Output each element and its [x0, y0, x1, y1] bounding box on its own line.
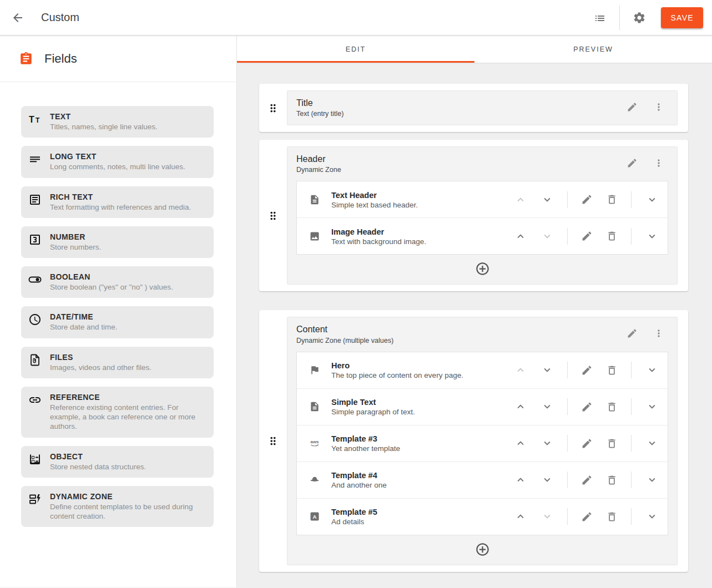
delete-template-button[interactable] [606, 511, 618, 523]
edit-template-button[interactable] [581, 511, 593, 523]
move-down-button[interactable] [541, 364, 553, 376]
expand-template-button[interactable] [646, 510, 658, 523]
move-down-button[interactable] [541, 401, 553, 413]
edit-field-button[interactable] [627, 158, 638, 169]
move-up-button[interactable] [514, 364, 527, 376]
expand-template-button[interactable] [646, 401, 658, 413]
sidebar-item-long-text[interactable]: LONG TEXT Long comments, notes, multi li… [21, 146, 214, 178]
expand-template-button[interactable] [646, 364, 658, 376]
add-template-row [296, 535, 668, 557]
sidebar-item-date-time[interactable]: DATE/TIME Store date and time. [21, 306, 214, 338]
edit-template-button[interactable] [581, 401, 593, 413]
move-down-button[interactable] [541, 474, 553, 486]
field-type-description: Images, videos and other files. [50, 363, 152, 372]
delete-template-button[interactable] [606, 438, 618, 449]
move-down-button[interactable] [541, 194, 553, 206]
field-name: Content [296, 324, 393, 334]
sidebar-item-object[interactable]: OBJECT Store nested data structures. [21, 446, 214, 478]
edit-template-button[interactable] [581, 474, 593, 486]
template-description: The top piece of content on every page. [331, 371, 507, 379]
delete-template-button[interactable] [606, 474, 618, 486]
move-down-button[interactable] [541, 510, 553, 523]
move-up-button[interactable] [514, 230, 527, 242]
divider [567, 191, 568, 208]
template-description: Simple paragraph of text. [331, 408, 507, 416]
field-actions [627, 102, 664, 118]
add-template-button[interactable] [475, 542, 490, 557]
template-row-image-header: Image Header Text with background image. [297, 218, 668, 254]
delete-template-button[interactable] [606, 230, 618, 242]
template-title: Template #3 [331, 434, 507, 444]
move-down-button[interactable] [541, 230, 553, 242]
delete-template-button[interactable] [606, 401, 618, 413]
add-template-row [296, 255, 668, 277]
sidebar-item-rich-text[interactable]: RICH TEXT Text formatting with reference… [21, 186, 214, 218]
divider [567, 435, 568, 452]
field-menu-button[interactable] [653, 102, 664, 113]
field-menu-button[interactable] [653, 328, 664, 339]
drag-handle-icon[interactable] [259, 140, 287, 291]
template-controls [507, 472, 659, 488]
divider [567, 362, 568, 378]
template-title: Hero [331, 361, 507, 371]
template-title: Template #5 [331, 507, 507, 517]
sidebar-item-number[interactable]: NUMBER Store numbers. [21, 226, 214, 258]
gear-icon[interactable] [633, 11, 646, 24]
expand-template-button[interactable] [646, 437, 658, 449]
template-description: Simple text based header. [331, 201, 507, 209]
delete-template-button[interactable] [606, 364, 618, 376]
edit-template-button[interactable] [581, 364, 593, 376]
sidebar-item-dynamic-zone[interactable]: DYNAMIC ZONE Define content templates to… [21, 486, 214, 528]
edit-field-button[interactable] [627, 328, 638, 339]
files-icon [28, 353, 42, 367]
tab-edit[interactable]: EDIT [237, 36, 474, 63]
reference-icon [28, 393, 42, 407]
topbar-actions: SAVE [586, 6, 703, 30]
list-icon[interactable] [593, 11, 607, 24]
expand-template-button[interactable] [646, 474, 658, 486]
field-cards: Title Text (entry title) Header Dynamic … [237, 63, 712, 587]
document-icon [309, 401, 320, 412]
svg-text:T: T [36, 116, 40, 124]
field-menu-button[interactable] [653, 158, 664, 169]
expand-template-button[interactable] [646, 194, 658, 206]
sidebar-item-boolean[interactable]: BOOLEAN Store boolean ("yes" or "no" ) v… [21, 266, 214, 298]
sidebar-item-files[interactable]: FILES Images, videos and other files. [21, 347, 214, 378]
document-icon [309, 194, 320, 205]
delete-template-button[interactable] [606, 194, 618, 205]
template-controls [507, 191, 659, 208]
expand-template-button[interactable] [646, 230, 658, 242]
edit-field-button[interactable] [627, 102, 638, 113]
field-type-label: RICH TEXT [50, 192, 191, 201]
hat-icon [309, 474, 320, 485]
field-panel: Header Dynamic Zone Text Header Simple t… [287, 146, 678, 285]
field-panel-header: Header Dynamic Zone [296, 154, 668, 174]
move-up-button[interactable] [514, 194, 527, 206]
move-up-button[interactable] [514, 401, 527, 413]
template-list: Hero The top piece of content on every p… [296, 352, 668, 535]
add-template-button[interactable] [475, 261, 490, 276]
layout: Fields TT TEXT Titles, names, single lin… [0, 36, 712, 587]
tab-preview[interactable]: PREVIEW [474, 36, 712, 63]
field-card-header: Header Dynamic Zone Text Header Simple t… [259, 140, 688, 291]
edit-template-button[interactable] [581, 438, 593, 449]
template-description: Text with background image. [331, 237, 507, 246]
back-arrow-icon[interactable] [7, 7, 29, 29]
move-up-button[interactable] [514, 474, 527, 486]
sidebar-item-reference[interactable]: REFERENCE Reference existing content ent… [21, 387, 214, 438]
drag-handle-icon[interactable] [259, 310, 287, 571]
sidebar-item-text[interactable]: TT TEXT Titles, names, single line value… [21, 106, 214, 138]
field-panel: Content Dynamic Zone (multiple values) H… [287, 317, 678, 565]
template-description: Yet another template [331, 444, 507, 453]
move-up-button[interactable] [514, 510, 527, 523]
field-card-title: Title Text (entry title) [259, 84, 688, 132]
save-button[interactable]: SAVE [661, 7, 703, 28]
move-up-button[interactable] [514, 437, 527, 449]
template-list: Text Header Simple text based header. Im… [296, 181, 668, 255]
edit-template-button[interactable] [581, 230, 593, 242]
move-down-button[interactable] [541, 437, 553, 449]
field-type-description: Store boolean ("yes" or "no" ) values. [50, 282, 173, 292]
divider [567, 472, 568, 488]
drag-handle-icon[interactable] [259, 84, 287, 132]
edit-template-button[interactable] [581, 194, 593, 205]
